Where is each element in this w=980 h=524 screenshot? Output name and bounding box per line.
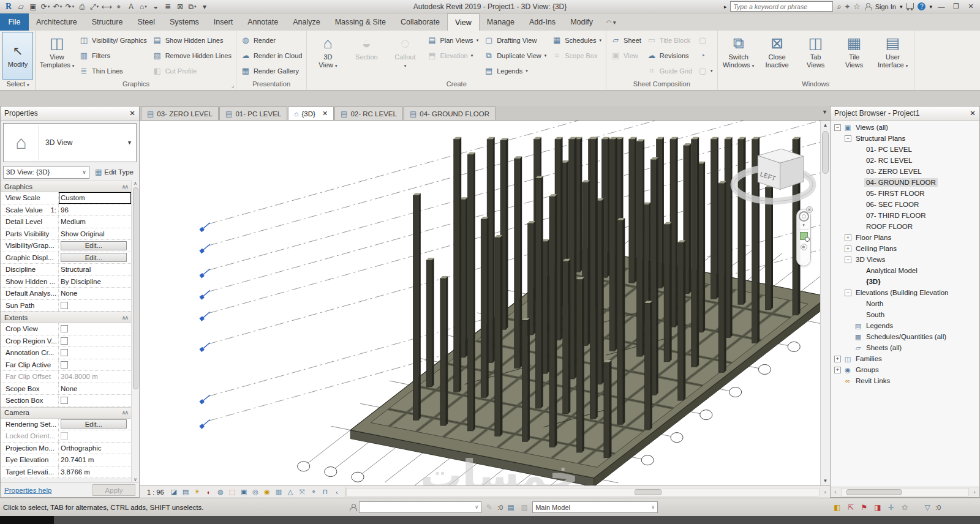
view-button[interactable]: ▣ View (608, 48, 644, 63)
restore-button[interactable]: ❒ (951, 2, 962, 10)
legends-button[interactable]: ▤ Legends▾ (481, 63, 549, 78)
measure-icon[interactable]: ⤢▾ (88, 1, 100, 12)
print-icon[interactable]: ⎙ (76, 1, 88, 12)
ribbon-state-toggle[interactable]: ◠▾ (606, 13, 616, 31)
tree-item-03-zero-level[interactable]: 03- ZERO LEVEL (831, 166, 979, 177)
modify-button[interactable]: ↖ Modify (2, 32, 33, 80)
tree-item-05-first-floor[interactable]: 05- FIRST FLOOR (831, 188, 979, 199)
tree-item-families[interactable]: + ◫ Families (831, 353, 979, 364)
tree-item-3d[interactable]: {3D} (831, 276, 979, 287)
panel-label[interactable]: Presentation (236, 80, 307, 90)
tab-structure[interactable]: Structure (85, 13, 130, 31)
navbar-options-icon[interactable]: ✱ (801, 244, 807, 250)
crop-region-v-checkbox[interactable] (61, 337, 68, 345)
schedules-button[interactable]: ▦ Schedules▾ (549, 32, 604, 48)
visual-style-icon[interactable]: ◪ (169, 487, 179, 497)
panel-label[interactable]: Sheet Composition (606, 80, 717, 90)
sign-in-dropdown-icon[interactable]: ▾ (900, 4, 903, 10)
section-graphics[interactable]: Graphics∧∧ (1, 181, 131, 192)
edit-type-button[interactable]: ▦ Edit Type (92, 166, 137, 179)
3d-view-button[interactable]: ⌂ 3DView ▾ (309, 32, 347, 80)
graphic-displ-edit-button[interactable]: Edit... (61, 253, 127, 262)
drafting-view-button[interactable]: ▢ Drafting View (481, 32, 549, 48)
scrollbar-thumb[interactable] (846, 489, 902, 495)
visibility-graphics-button[interactable]: ◫ Visibility/ Graphics (77, 32, 149, 48)
help-dropdown-icon[interactable]: ▾ (929, 4, 932, 10)
select-panel-label[interactable]: Select ▾ (0, 80, 36, 90)
section-box-checkbox[interactable] (61, 397, 68, 404)
tree-item-revit-links[interactable]: ∞ Revit Links (831, 375, 979, 386)
reveal-hidden-elements-icon[interactable]: ◉ (262, 487, 273, 497)
thin-lines-button[interactable]: ≣ Thin Lines (77, 63, 149, 78)
view-scale-value[interactable]: Custom (59, 192, 131, 204)
thin-lines-icon[interactable]: ≣ (162, 1, 174, 12)
project-browser-close-icon[interactable]: ✕ (970, 109, 976, 118)
apply-button[interactable]: Apply (92, 484, 135, 496)
tree-item-07-third-floor[interactable]: 07- THIRD FLOOR (831, 210, 979, 221)
far-clip-offset-value[interactable]: 304.8000 m (59, 371, 131, 383)
annotation-cr-checkbox[interactable] (61, 349, 68, 356)
expander-icon[interactable]: + (834, 367, 841, 373)
expander-icon[interactable]: − (845, 256, 851, 263)
detail-level-icon[interactable]: ▤ (181, 487, 191, 497)
tree-item-sheets-all[interactable]: ▱ Sheets (all) (831, 342, 979, 353)
save-icon[interactable]: ▣ (27, 1, 39, 12)
locked-orient-checkbox[interactable] (61, 432, 68, 440)
eye-elevation-value[interactable]: 20.7401 m (59, 454, 131, 466)
background-processes-icon[interactable]: ✿ (899, 503, 910, 512)
worksharing-display-icon[interactable]: ◧ (832, 503, 843, 512)
aligned-dimension-icon[interactable]: ⟷ (100, 1, 113, 12)
discipline-value[interactable]: Structural (59, 264, 131, 275)
properties-close-icon[interactable]: ✕ (129, 109, 135, 118)
expand-view-bar-icon[interactable]: ‹ (332, 487, 342, 497)
default-3d-view-icon[interactable]: ⌂▾ (137, 1, 149, 12)
redo-icon[interactable]: ↷▾ (64, 1, 76, 12)
guide-grid-options-button[interactable]: ▢ ▾ (695, 63, 715, 78)
scrollbar-thumb[interactable] (635, 489, 662, 495)
projection-mo-value[interactable]: Orthographic (59, 443, 131, 454)
scroll-right-icon[interactable]: › (970, 489, 979, 495)
tree-item-02-rc-level[interactable]: 02- RC LEVEL (831, 155, 979, 166)
minimize-button[interactable]: — (936, 3, 947, 10)
search-icon[interactable]: ⌕ (837, 2, 841, 12)
browser-horizontal-scrollbar[interactable]: ‹ › (831, 487, 979, 497)
properties-header[interactable]: Properties ✕ (1, 107, 139, 121)
remove-hidden-lines-button[interactable]: ▧ Remove Hidden Lines (150, 48, 234, 63)
model-canvas[interactable]: خمساتLEFT ✕ ▾ ✱ (140, 121, 820, 485)
detail-level-value[interactable]: Medium (59, 216, 131, 228)
scroll-up-icon[interactable]: ▲ (823, 121, 828, 130)
default-analys-value[interactable]: None (59, 288, 131, 299)
tab-analyze[interactable]: Analyze (285, 13, 327, 31)
render-gallery-button[interactable]: ▦ Render Gallery (238, 63, 305, 78)
show-hidden-value[interactable]: By Discipline (59, 276, 131, 288)
switch-windows-icon[interactable]: ⧉▾ (186, 1, 198, 12)
crop-view-icon[interactable]: ⬚ (227, 487, 238, 497)
tab-add-ins[interactable]: Add-Ins (522, 13, 563, 31)
communication-center-icon[interactable]: ⌖ (845, 2, 850, 12)
properties-scrollbar[interactable]: ∧ ∨ (131, 181, 139, 482)
tab-modify[interactable]: Modify (563, 13, 600, 31)
tree-item-04-ground-floor[interactable]: 04- GROUND FLOOR (831, 177, 979, 188)
sheet-button[interactable]: ▱ Sheet (608, 32, 644, 48)
section-button[interactable]: ◒ Section (347, 32, 385, 80)
expander-icon[interactable]: − (845, 290, 851, 296)
revisions-button[interactable]: ☁ Revisions (644, 48, 695, 63)
select-pinned-toggle-icon[interactable]: ⚑ (859, 503, 870, 512)
expander-icon[interactable]: − (834, 124, 841, 131)
open-icon[interactable]: ▱ (15, 1, 27, 12)
show-crop-region-icon[interactable]: ▣ (239, 487, 249, 497)
section-box-value[interactable] (59, 395, 131, 406)
switch-windows-button[interactable]: ⧉ SwitchWindows ▾ (720, 32, 758, 80)
sun-path-checkbox[interactable] (61, 302, 68, 309)
tab-systems[interactable]: Systems (162, 13, 206, 31)
panel-launcher-icon[interactable]: ⌟ (232, 81, 234, 90)
select-underlay-toggle-icon[interactable]: ◨ (872, 503, 883, 512)
project-browser-header[interactable]: Project Browser - Project1 ✕ (831, 107, 979, 121)
tree-item-structural-plans[interactable]: − Structural Plans (831, 133, 979, 144)
filters-button[interactable]: ▥ Filters (77, 48, 149, 63)
tree-item-north[interactable]: North (831, 298, 979, 309)
view-tab-03-zero-level[interactable]: ▤ 03- ZERO LEVEL (141, 107, 219, 120)
elevation-button[interactable]: ⬒ Elevation▾ (424, 48, 481, 63)
graphic-displ-value[interactable]: Edit... (59, 252, 131, 264)
duplicate-view-button[interactable]: ⧉ Duplicate View▾ (481, 48, 549, 63)
